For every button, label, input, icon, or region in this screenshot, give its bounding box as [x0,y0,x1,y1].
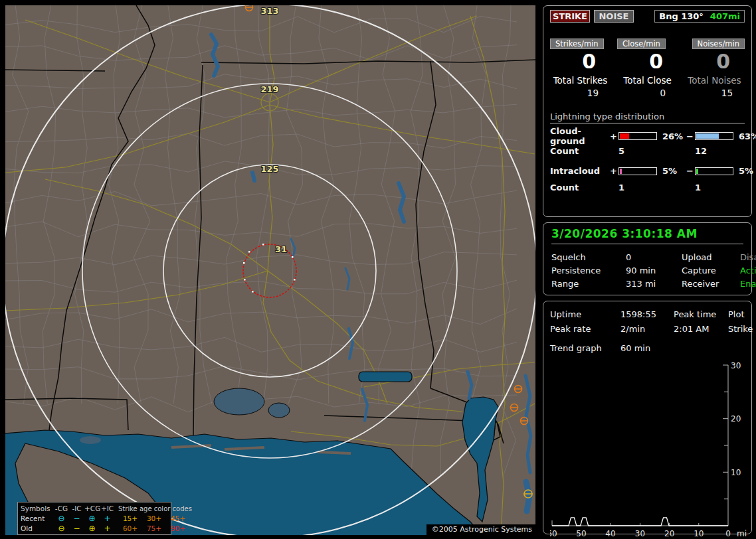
symbols-legend: Symbols -CG -IC +CG +IC Strike age color… [17,502,171,535]
x-tick-20: 20 [664,529,674,538]
range-value: 313 mi [626,279,682,289]
legend-col-nic: -IC [69,504,84,514]
lightning-map[interactable]: 313 219 125 31 Symbols -CG -IC +CG +IC [5,5,535,535]
legend-recent-label: Recent [21,514,54,524]
noise-button[interactable]: NOISE [594,10,634,23]
status-row-persistence: Persistence 90 min Capture Active [551,264,743,277]
total-close-label: Total Close [617,75,678,86]
plus-sign: + [610,131,618,141]
status-row-range: Range 313 mi Receiver Enabled [551,277,743,290]
ring-label-219: 219 [260,84,278,94]
x-tick-10: 10 [694,529,704,538]
peak-rate-value: 2/min [620,324,674,334]
bearing-display: Bng 130° 407mi [654,10,745,23]
squelch-value: 0 [626,252,682,262]
total-strikes-value: 19 [550,88,611,98]
intracloud-row: Intracloud + 5% − 5% [550,163,745,179]
lake-pontchartrain [214,388,264,415]
legend-age-header: Strike age color codes [118,504,190,514]
cg-plus-count: 5 [618,146,660,156]
plot-label: Plot [728,309,745,319]
uptime-value: 1598:55 [620,309,674,319]
ring-label-313: 313 [260,6,278,16]
ic-minus-count: 1 [695,183,736,193]
total-strikes-label: Total Strikes [550,75,611,86]
strikes-per-min-value: 0 [550,50,611,73]
age-75: 75+ [142,524,166,534]
lake-small [268,403,290,418]
total-noises-label: Total Noises [684,75,745,86]
cloud-ground-row: Cloud-ground + 26% − 63% [550,126,745,143]
plus-icon: + [100,524,115,534]
circle-minus-icon: ⊖ [54,514,69,524]
legend-col-ncg: -CG [54,504,69,514]
receiver-status: Enabled [740,279,756,289]
count-label: Count [550,183,610,193]
strike-button[interactable]: STRIKE [550,10,590,23]
x-tick-30: 30 [635,529,645,538]
peak-time-value: 2:01 AM [674,324,728,334]
upload-status: Disabled [740,252,756,262]
plus-sign: + [610,166,618,176]
x-tick-0: 0 [725,529,731,538]
ic-minus-pct: 5% [736,166,756,176]
close-per-min-chip[interactable]: Close/min [617,38,666,49]
map-canvas: 313 219 125 31 [5,5,535,535]
legend-col-pic: +IC [100,504,115,514]
trend-panel: Uptime 1598:55 Peak time Plot Peak rate … [543,301,752,534]
total-close-value: 0 [617,88,678,98]
capture-label: Capture [682,266,740,275]
age-15: 15+ [118,514,142,524]
status-row-squelch: Squelch 0 Upload Disabled [551,250,743,264]
uptime-label: Uptime [550,309,620,319]
strike-counters-panel: STRIKE NOISE Bng 130° 407mi Strikes/min … [543,5,752,217]
strikes-counter: Strikes/min 0 Total Strikes 19 [550,38,611,98]
receiver-label: Receiver [682,279,740,289]
plot-value: Strike [728,324,753,334]
bearing-label: Bng 130° [659,11,704,21]
peak-time-label: Peak time [674,309,728,319]
lagoon [359,372,412,382]
ring-label-31: 31 [275,244,287,254]
cg-minus-count: 12 [695,146,736,156]
status-panel: 3/20/2026 3:10:18 AM Squelch 0 Upload Di… [543,222,752,295]
x-axis-unit: min [737,529,747,538]
strikes-per-min-chip[interactable]: Strikes/min [550,38,604,49]
x-tick-50: 50 [576,529,586,538]
x-tick-60: 60 [550,529,557,538]
minus-icon: − [69,524,84,534]
trend-graph-value: 60 min [620,343,745,353]
age-60: 60+ [118,524,142,534]
ring-label-125: 125 [260,164,278,174]
ic-plus-pct: 5% [660,166,686,176]
noises-counter: Noises/min 0 Total Noises 15 [684,38,745,98]
cg-minus-bar [695,132,733,140]
legend-symbols-header: Symbols [21,504,54,514]
age-45: 45+ [166,514,190,524]
age-90: 90+ [166,524,190,534]
capture-status: Active [740,266,756,275]
noises-per-min-value: 0 [684,50,745,73]
uptime-row: Uptime 1598:55 Peak time Plot [550,307,745,321]
circle-plus-icon: ⊕ [84,524,100,534]
intracloud-label: Intracloud [550,166,610,176]
cg-plus-pct: 26% [660,131,686,141]
legend-col-pcg: +CG [84,504,100,514]
circle-plus-icon: ⊕ [84,514,100,524]
bearing-range: 407mi [710,11,740,21]
minus-sign: − [686,131,695,141]
cg-minus-pct: 63% [736,131,756,141]
count-label: Count [550,146,610,156]
x-tick-40: 40 [605,529,615,538]
persistence-label: Persistence [551,266,626,275]
y-tick-20: 20 [731,414,741,424]
copyright-text: ©2005 Astrogenic Systems [426,524,535,535]
squelch-label: Squelch [551,252,626,262]
cloud-ground-count-row: Count 5 12 [550,143,745,159]
datetime-display: 3/20/2026 3:10:18 AM [551,227,743,244]
cg-plus-bar [618,132,657,140]
noises-per-min-chip[interactable]: Noises/min [692,38,745,49]
minus-sign: − [686,166,695,176]
legend-recent-row: Recent ⊖ − ⊕ + 15+ 30+ 45+ [21,514,168,524]
distribution-title: Lightning type distribution [550,112,745,123]
